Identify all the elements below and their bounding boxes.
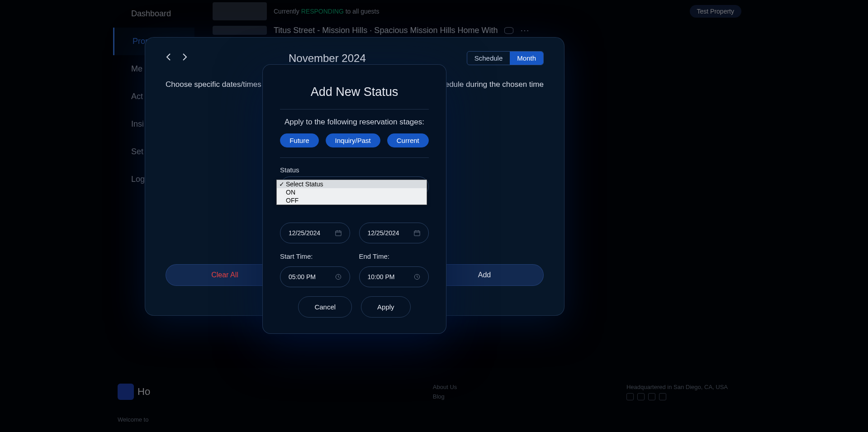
test-property-button[interactable]: Test Property: [690, 5, 741, 18]
footer: Ho Welcome to About Us Blog Headquartere…: [113, 375, 732, 432]
stage-pill-future[interactable]: Future: [280, 133, 318, 147]
calendar-icon: [335, 230, 342, 236]
view-month-tab[interactable]: Month: [510, 52, 543, 65]
more-icon[interactable]: ⋯: [520, 25, 529, 36]
svg-rect-0: [335, 231, 341, 236]
footer-hq: Headquartered in San Diego, CA, USA: [626, 384, 728, 390]
calendar-icon: [414, 230, 420, 236]
instagram-icon[interactable]: [626, 393, 634, 400]
view-schedule-tab[interactable]: Schedule: [467, 52, 510, 65]
facebook-icon[interactable]: [659, 393, 666, 400]
modal-title: Add New Status: [280, 85, 429, 99]
divider: [280, 109, 429, 109]
status-dropdown-list: Select Status ON OFF: [276, 180, 427, 205]
end-time-input[interactable]: 10:00 PM: [359, 266, 429, 287]
footer-link-blog[interactable]: Blog: [433, 393, 457, 400]
svg-rect-4: [414, 231, 420, 236]
svg-line-13: [417, 277, 418, 278]
clock-icon: [335, 274, 342, 280]
status-field-label: Status: [280, 166, 429, 174]
property-title: Titus Street - Mission Hills · Spacious …: [274, 26, 498, 35]
footer-link-about[interactable]: About Us: [433, 384, 457, 390]
status-option-off[interactable]: OFF: [277, 196, 427, 204]
svg-line-10: [338, 277, 340, 278]
apply-button[interactable]: Apply: [361, 296, 411, 318]
db-icon[interactable]: [504, 27, 513, 34]
prev-month-icon[interactable]: [166, 53, 171, 63]
start-date-input[interactable]: 12/25/2024: [280, 223, 350, 243]
start-time-input[interactable]: 05:00 PM: [280, 266, 350, 287]
stages-label: Apply to the following reservation stage…: [280, 118, 429, 127]
property-thumbnail: [213, 26, 267, 35]
youtube-icon[interactable]: [648, 393, 655, 400]
divider: [280, 157, 429, 158]
end-time-label: End Time:: [359, 252, 429, 260]
stage-pill-current[interactable]: Current: [387, 133, 429, 147]
property-status-text: Currently RESPONDING to all guests: [274, 8, 683, 15]
brand-name: Ho: [138, 386, 150, 398]
sidebar-item-dashboard[interactable]: Dashboard: [113, 0, 194, 28]
calendar-month-title: November 2024: [289, 52, 366, 65]
linkedin-icon[interactable]: [637, 393, 645, 400]
add-status-modal: Add New Status Apply to the following re…: [262, 64, 446, 334]
property-card: Titus Street - Mission Hills · Spacious …: [204, 23, 750, 38]
property-card: Currently RESPONDING to all guests Test …: [204, 0, 750, 23]
start-time-label: Start Time:: [280, 252, 350, 260]
status-option-on[interactable]: ON: [277, 188, 427, 196]
end-date-input[interactable]: 12/25/2024: [359, 223, 429, 243]
view-toggle: Schedule Month: [467, 51, 544, 65]
brand-icon: [118, 384, 134, 400]
clock-icon: [414, 274, 420, 280]
cancel-button[interactable]: Cancel: [298, 296, 352, 318]
property-thumbnail: [213, 2, 267, 20]
status-option-select[interactable]: Select Status: [277, 180, 427, 188]
stage-pill-inquiry[interactable]: Inquiry/Past: [326, 133, 380, 147]
welcome-text: Welcome to: [118, 416, 150, 423]
next-month-icon[interactable]: [182, 53, 188, 63]
